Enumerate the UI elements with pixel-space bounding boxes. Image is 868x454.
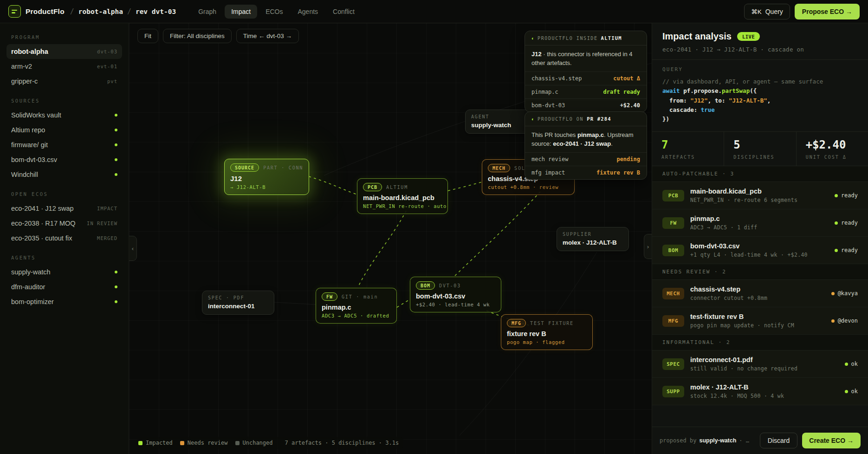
breadcrumb-program[interactable]: robot-alpha bbox=[78, 8, 123, 15]
node-type-badge: FW bbox=[322, 292, 337, 301]
sidebar-item-eco-2041[interactable]: eco-2041 · J12 swap IMPACT bbox=[6, 201, 122, 216]
artefact-status: @kavya bbox=[831, 290, 858, 297]
discard-button[interactable]: Discard bbox=[760, 433, 797, 448]
node-subtitle: cutout +0.8mm · review bbox=[488, 184, 569, 190]
status-dot bbox=[115, 143, 117, 146]
sidebar-item-windchill[interactable]: Windchill bbox=[6, 167, 122, 182]
sidebar-item-bom-csv[interactable]: bom-dvt-03.csv bbox=[6, 152, 122, 167]
row-value: fixture rev B bbox=[596, 169, 640, 176]
item-label: SolidWorks vault bbox=[11, 111, 61, 119]
tooltip-productflo-inside-altium: ◐ PRODUCTFLO INSIDE ALTIUM J12 · this co… bbox=[525, 31, 647, 112]
item-label: arm-v2 bbox=[11, 63, 32, 70]
filter-disciplines-button[interactable]: Filter: All disciplines bbox=[163, 29, 232, 43]
artefact-row-bom-csv[interactable]: BOM bom-dvt-03.csv+1 qty L4 · lead-time … bbox=[652, 237, 868, 264]
node-pcb-main-board[interactable]: PCB ALTIUM main-board.kicad_pcb NET_PWR_… bbox=[357, 178, 448, 214]
tab-graph[interactable]: Graph bbox=[192, 5, 223, 19]
sidebar-item-gripper-c[interactable]: gripper-c pvt bbox=[6, 74, 122, 89]
time-scrubber-button[interactable]: Time ← dvt-03 → bbox=[236, 29, 299, 43]
artefact-row-interconnect-pdf[interactable]: SPEC interconnect-01.pdfstill valid · no… bbox=[652, 350, 868, 378]
sidebar-item-firmware-git[interactable]: firmware/ git bbox=[6, 137, 122, 152]
code-punct: ({ bbox=[750, 87, 757, 94]
discipline-badge: SPEC bbox=[662, 358, 684, 370]
status-label: ready bbox=[841, 220, 858, 226]
node-subtitle: pogo map · flagged bbox=[507, 339, 587, 345]
artefact-row-chassis[interactable]: MECH chassis-v4.stepconnector cutout +0.… bbox=[652, 280, 868, 307]
tooltip-body: This PR touches pinmap.c. Upstream sourc… bbox=[525, 126, 647, 152]
sidebar-item-solidworks-vault[interactable]: SolidWorks vault bbox=[6, 108, 122, 123]
row-value: pending bbox=[616, 156, 640, 162]
artefact-row-molex-supplier[interactable]: SUPP molex · J12-ALT-Bstock 12.4k · MOQ … bbox=[652, 378, 868, 405]
code-key: cascade: bbox=[662, 106, 701, 113]
impact-analysis-panel: Impact analysis LIVE eco-2041 · J12 → J1… bbox=[652, 23, 868, 454]
artefact-title: interconnect-01.pdf bbox=[690, 356, 753, 363]
tab-ecos[interactable]: ECOs bbox=[259, 5, 289, 19]
panel-title: Impact analysis bbox=[662, 31, 732, 42]
artefact-list: AUTO-PATCHABLE · 3 PCB main-board.kicad_… bbox=[652, 166, 868, 427]
sidebar-item-altium-repo[interactable]: Altium repo bbox=[6, 123, 122, 137]
query-button[interactable]: ⌘K Query bbox=[744, 4, 790, 19]
node-fw-pinmap[interactable]: FW GIT · main pinmap.c ADC3 → ADC5 · dra… bbox=[316, 288, 397, 324]
node-title: interconnect-01 bbox=[208, 303, 268, 310]
status-dot bbox=[115, 114, 117, 117]
status-label: @kavya bbox=[838, 290, 858, 297]
status-label: @devon bbox=[838, 318, 858, 324]
graph-canvas[interactable]: Fit Filter: All disciplines Time ← dvt-0… bbox=[129, 23, 652, 454]
node-mfg-fixture[interactable]: MFG TEST FIXTURE fixture rev B pogo map … bbox=[501, 314, 593, 350]
tab-conflict[interactable]: Conflict bbox=[326, 5, 361, 19]
node-subtitle: → J12-ALT-B bbox=[230, 184, 303, 190]
fit-button[interactable]: Fit bbox=[137, 29, 158, 43]
artefact-status: ready bbox=[835, 220, 858, 226]
tab-impact[interactable]: Impact bbox=[225, 5, 257, 19]
artefact-row-test-fixture[interactable]: MFG test-fixture rev Bpogo pin map updat… bbox=[652, 307, 868, 335]
node-spec-interconnect[interactable]: SPEC · PDF interconnect-01 bbox=[202, 291, 274, 315]
sidebar-item-eco-2035[interactable]: eco-2035 · cutout fix MERGED bbox=[6, 231, 122, 246]
sidebar-item-supply-watch[interactable]: supply-watch bbox=[6, 265, 122, 279]
eco-status: MERGED bbox=[97, 235, 117, 241]
item-label: firmware/ git bbox=[11, 141, 48, 149]
section-header-sources: SOURCES bbox=[6, 98, 122, 104]
sidebar-item-dfm-auditor[interactable]: dfm-auditor bbox=[6, 279, 122, 294]
artefact-row-main-board[interactable]: PCB main-board.kicad_pcbNET_PWR_IN · re-… bbox=[652, 182, 868, 209]
breadcrumb-rev[interactable]: rev dvt-03 bbox=[136, 8, 176, 15]
sidebar-item-eco-2038[interactable]: eco-2038 · R17 MOQ IN REVIEW bbox=[6, 216, 122, 231]
status-dot bbox=[115, 173, 117, 176]
propose-eco-button[interactable]: Propose ECO → bbox=[795, 4, 860, 19]
code-keyword: await bbox=[662, 87, 680, 94]
artefact-detail: ADC3 → ADC5 · 1 diff bbox=[690, 224, 757, 231]
artefact-detail: pogo pin map update · notify CM bbox=[690, 322, 794, 329]
item-label: Altium repo bbox=[11, 126, 45, 134]
collapse-right-handle[interactable]: › bbox=[644, 234, 652, 259]
node-supplier-molex[interactable]: SUPPLIER molex · J12-ALT-B bbox=[557, 227, 629, 251]
node-subtitle: +$2.40 · lead-time 4 wk bbox=[416, 302, 495, 307]
node-bom-csv[interactable]: BOM DVT-03 bom-dvt-03.csv +$2.40 · lead-… bbox=[410, 277, 501, 312]
tooltip-row: chassis-v4.step cutout Δ bbox=[525, 71, 647, 85]
artefact-detail: connector cutout +0.8mm bbox=[690, 295, 767, 301]
main-tabs: Graph Impact ECOs Agents Conflict bbox=[192, 5, 361, 19]
artefact-row-pinmap[interactable]: FW pinmap.cADC3 → ADC5 · 1 diff ready bbox=[652, 209, 868, 237]
proposed-by-more[interactable]: · … bbox=[739, 437, 749, 444]
node-title: supply-watch bbox=[471, 122, 531, 129]
artefact-detail: still valid · no change required bbox=[690, 365, 797, 372]
artefact-title: molex · J12-ALT-B bbox=[690, 383, 748, 391]
status-dot bbox=[115, 300, 117, 303]
status-dot bbox=[115, 158, 117, 161]
node-title: bom-dvt-03.csv bbox=[416, 292, 495, 300]
status-dot bbox=[831, 292, 835, 295]
stat-value: 5 bbox=[733, 138, 796, 151]
item-label: eco-2035 · cutout fix bbox=[11, 234, 72, 242]
cmd-k-shortcut: ⌘K bbox=[751, 8, 762, 15]
tooltip-context: ALTIUM bbox=[601, 35, 622, 41]
tab-agents[interactable]: Agents bbox=[291, 5, 325, 19]
sidebar-item-bom-optimizer[interactable]: bom-optimizer bbox=[6, 294, 122, 309]
item-label: gripper-c bbox=[11, 78, 38, 85]
item-meta: evt-01 bbox=[97, 64, 117, 69]
tooltip-row: mech review pending bbox=[525, 152, 647, 166]
node-j12-source[interactable]: SOURCE PART · CONNECTOR J12 → J12-ALT-B bbox=[224, 159, 309, 195]
row-key: pinmap.c bbox=[531, 89, 558, 95]
collapse-left-handle[interactable]: ‹ bbox=[129, 236, 137, 261]
artefact-title: pinmap.c bbox=[690, 215, 720, 222]
sidebar-item-robot-alpha[interactable]: robot-alpha dvt-03 bbox=[6, 44, 122, 59]
create-eco-button[interactable]: Create ECO → bbox=[802, 433, 861, 448]
sidebar-item-arm-v2[interactable]: arm-v2 evt-01 bbox=[6, 59, 122, 74]
item-label: supply-watch bbox=[11, 268, 51, 276]
